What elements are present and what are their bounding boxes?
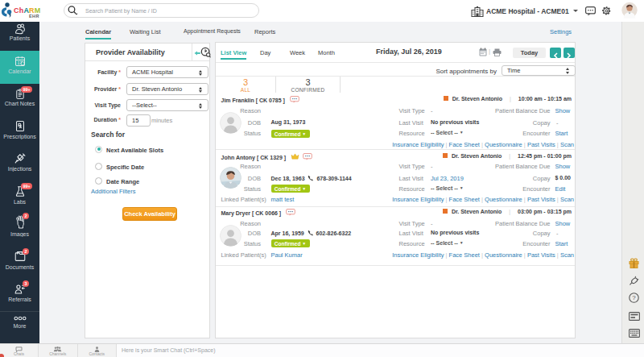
svg-text:?: ? bbox=[632, 294, 636, 301]
